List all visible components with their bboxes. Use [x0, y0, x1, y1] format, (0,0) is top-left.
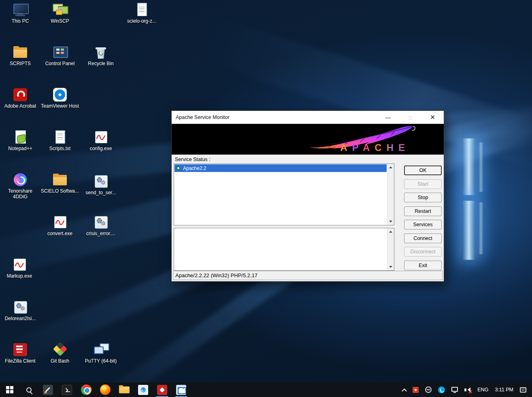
- desktop-icon-teamviewer-host[interactable]: TeamViewer Host: [40, 87, 79, 109]
- putty-icon: [93, 342, 109, 357]
- recycle-bin-icon: [93, 45, 109, 59]
- desktop-icon-config-exe[interactable]: config.exe: [81, 130, 120, 151]
- tray-icon-network[interactable]: [448, 382, 461, 397]
- desktop-icon-scielo-org-zip[interactable]: scielo-org-z...: [122, 2, 161, 24]
- desktop-icon-label: send_to_ser...: [81, 190, 120, 195]
- apache-service-monitor-window: Apache Service Monitor — □ ✕: [171, 110, 444, 282]
- volume-muted-icon: [464, 387, 471, 393]
- desktop-icon-crisis-error[interactable]: crisis_error....: [81, 215, 120, 236]
- chrome-icon: [81, 384, 92, 395]
- taskbar-clock[interactable]: 3:11 PM: [492, 382, 517, 397]
- window-titlebar[interactable]: Apache Service Monitor — □ ✕: [172, 111, 444, 124]
- this-pc-icon: [12, 2, 28, 17]
- service-status-label: Service Status :: [175, 157, 211, 162]
- scielo-app-icon: [52, 215, 68, 229]
- ok-button[interactable]: OK: [404, 166, 442, 175]
- start-button[interactable]: [0, 382, 19, 397]
- desktop-icon-scripts-txt[interactable]: Scripts.txt: [40, 130, 79, 151]
- taskbar-app-sticky-notes[interactable]: [38, 382, 57, 397]
- desktop-icon-control-panel[interactable]: Control Panel: [40, 45, 79, 66]
- desktop-icon-label: Git Bash: [40, 358, 79, 364]
- desktop-icon-adobe-acrobat[interactable]: Adobe Acrobat: [1, 87, 40, 109]
- action-center-button[interactable]: [517, 382, 530, 397]
- desktop-icon-label: Delorean2lsi...: [1, 316, 40, 321]
- desktop-icon-label: crisis_error....: [81, 231, 120, 236]
- taskbar-app-photos[interactable]: [134, 382, 153, 397]
- scroll-down-icon[interactable]: [387, 218, 394, 225]
- desktop-icon-notepad-plus-plus[interactable]: Notepad++: [1, 130, 40, 151]
- system-tray: ENG 3:11 PM: [399, 382, 532, 397]
- tray-icon-volume[interactable]: [461, 382, 474, 397]
- red-app-icon: [157, 385, 167, 395]
- disconnect-button[interactable]: Disconnect: [404, 247, 442, 257]
- scroll-down-icon[interactable]: [387, 263, 394, 270]
- winscp-icon: [52, 2, 68, 17]
- taskbar-search-button[interactable]: [19, 382, 38, 397]
- action-center-icon: [520, 387, 526, 393]
- exit-button[interactable]: Exit: [404, 261, 442, 270]
- taskbar-app-chrome[interactable]: [77, 382, 96, 397]
- window-title: Apache Service Monitor: [176, 115, 230, 120]
- taskbar-app-apache-monitor[interactable]: [172, 382, 191, 397]
- statusbar-text: Apache/2.2.22 (Win32) PHP/5.2.17: [175, 272, 257, 278]
- tray-icon-red-app[interactable]: [409, 382, 422, 397]
- adobe-acrobat-icon: [12, 87, 28, 102]
- search-icon: [26, 387, 32, 393]
- filezilla-icon: [12, 342, 28, 357]
- desktop-icon-label: Tenorshare 4DDiG: [1, 188, 40, 200]
- control-panel-icon: [52, 45, 68, 59]
- folder-icon: [52, 172, 68, 187]
- taskbar-app-red[interactable]: [153, 382, 172, 397]
- git-bash-icon: [52, 342, 68, 357]
- stop-button[interactable]: Stop: [404, 193, 442, 202]
- notepad-plus-plus-icon: [12, 130, 28, 144]
- teamviewer-icon: [52, 87, 68, 102]
- running-service-icon: [176, 166, 181, 171]
- desktop-icon-putty[interactable]: PuTTY (64-bit): [81, 342, 120, 364]
- taskbar-app-file-explorer[interactable]: [115, 382, 134, 397]
- log-list-scrollbar[interactable]: [387, 228, 394, 270]
- taskbar-app-command-prompt[interactable]: [57, 382, 77, 397]
- taskbar-app-firefox[interactable]: [96, 382, 115, 397]
- taskbar: ENG 3:11 PM: [0, 382, 532, 397]
- desktop-icon-delorean2lsi[interactable]: Delorean2lsi...: [1, 300, 40, 321]
- language-indicator[interactable]: ENG: [474, 382, 492, 397]
- window-caption-buttons: — □ ✕: [377, 111, 444, 124]
- restart-button[interactable]: Restart: [404, 206, 442, 216]
- desktop-icon-this-pc[interactable]: This PC: [1, 2, 40, 24]
- start-button[interactable]: Start: [404, 179, 442, 189]
- maximize-icon[interactable]: □: [399, 111, 421, 124]
- desktop-icon-tenorshare-4ddig[interactable]: Tenorshare 4DDiG: [1, 172, 40, 200]
- apache-banner: APACHE: [172, 124, 444, 155]
- desktop-icon-send-to-server[interactable]: send_to_ser...: [81, 174, 120, 195]
- scroll-up-icon[interactable]: [387, 164, 394, 171]
- service-list-scrollbar[interactable]: [387, 164, 394, 225]
- scroll-up-icon[interactable]: [387, 228, 394, 235]
- desktop-icon-label: Adobe Acrobat: [1, 103, 40, 109]
- close-icon[interactable]: ✕: [421, 111, 444, 124]
- desktop-icon-label: SCRIPTS: [1, 61, 40, 66]
- desktop-icon-label: TeamViewer Host: [40, 103, 79, 109]
- service-status-list[interactable]: Apache2.2: [174, 163, 394, 225]
- service-list-item-apache22[interactable]: Apache2.2: [174, 164, 387, 172]
- desktop-icon-recycle-bin[interactable]: Recycle Bin: [81, 45, 120, 66]
- desktop-icon-label: This PC: [1, 18, 40, 24]
- window-statusbar: Apache/2.2.22 (Win32) PHP/5.2.17: [173, 271, 443, 280]
- desktop-icon-scielo-software-folder[interactable]: SCIELO Softwa...: [40, 172, 79, 194]
- tray-icon-dark-app[interactable]: [422, 382, 435, 397]
- hidden-icons-button[interactable]: [399, 382, 409, 397]
- desktop-icon-scripts-folder[interactable]: SCRIPTS: [1, 45, 40, 66]
- desktop-icon-markup-exe[interactable]: Markup.exe: [0, 257, 39, 279]
- minimize-icon[interactable]: —: [377, 111, 399, 124]
- services-button[interactable]: Services: [404, 220, 442, 229]
- connect-button[interactable]: Connect: [404, 234, 442, 243]
- window-light-panel: [479, 202, 483, 254]
- scielo-app-icon: [93, 130, 109, 144]
- red-tray-icon: [413, 387, 419, 393]
- desktop-icon-convert-exe[interactable]: convert.exe: [40, 215, 79, 236]
- desktop-icon-filezilla[interactable]: FileZilla Client: [1, 342, 40, 364]
- desktop-icon-winscp[interactable]: WinSCP: [40, 2, 79, 24]
- tray-icon-skype[interactable]: [435, 382, 448, 397]
- status-log-list[interactable]: [174, 228, 394, 271]
- desktop-icon-git-bash[interactable]: Git Bash: [40, 342, 79, 364]
